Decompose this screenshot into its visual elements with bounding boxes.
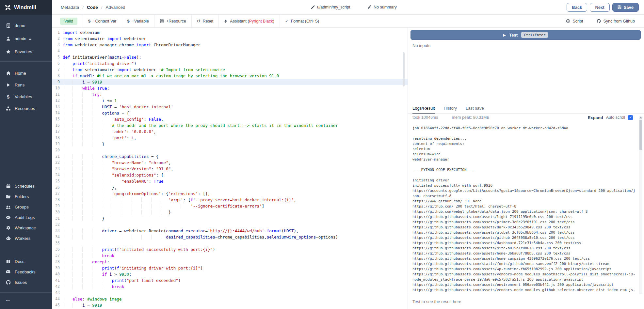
code-line[interactable]: 8 if macM1: #if we are on mac m1 -> cust… <box>52 73 408 79</box>
log-scrollbar-thumb[interactable] <box>639 120 642 150</box>
sidebar-item-docs[interactable]: Docs <box>0 257 52 266</box>
code-line[interactable]: 35 <box>52 240 408 246</box>
add-context-var-button[interactable]: $ +Context Var <box>83 15 122 27</box>
sidebar-item-label: Resources <box>15 106 35 111</box>
add-resource-button[interactable]: +Resource <box>154 15 191 27</box>
sidebar-item-groups[interactable]: Groups <box>0 203 52 211</box>
building-icon <box>5 23 11 28</box>
tab-history[interactable]: History <box>444 103 457 113</box>
code-line[interactable]: 25 "enableVNC": True <box>52 178 408 184</box>
code-line[interactable]: 18 'port': i, <box>52 135 408 141</box>
code-line[interactable]: 20 <box>52 147 408 153</box>
code-line[interactable]: 16 # the addr and the port where the pro… <box>52 122 408 129</box>
code-line[interactable]: 43 <box>52 290 408 296</box>
code-line[interactable]: 12 i += 1 <box>52 98 408 104</box>
expand-logs-button[interactable]: Expand <box>588 115 603 120</box>
code-line[interactable]: 33 driver = webdriver.Remote(command_exe… <box>52 228 408 234</box>
sidebar-item-user[interactable]: admin <box>0 34 52 43</box>
code-line[interactable]: 34 desired_capabilities=chrome_capabilit… <box>52 234 408 240</box>
sidebar-item-schedules[interactable]: Schedules <box>0 182 52 190</box>
code-line[interactable]: 23 "browserVersion": "91.0", <box>52 166 408 172</box>
code-line[interactable]: 9 i = 9919 <box>52 79 408 85</box>
code-line[interactable]: 38 except: <box>52 259 408 265</box>
code-line[interactable]: 3from webdriver_manager.chrome import Ch… <box>52 42 408 48</box>
code-line[interactable]: 11 try: <box>52 91 408 98</box>
tab-metadata[interactable]: Metadata <box>61 5 79 10</box>
scroll-up-icon[interactable] <box>639 116 642 118</box>
code-line[interactable]: 10 while True: <box>52 85 408 91</box>
code-line[interactable]: 36 print(f"initiated successfully with p… <box>52 246 408 253</box>
code-line[interactable]: 5def initiateDriver(macM1=False): <box>52 54 408 60</box>
sync-from-github-button[interactable]: Sync from Github <box>597 19 635 23</box>
sidebar-item-workspace[interactable]: demo <box>0 21 52 30</box>
code-line[interactable]: 19 } <box>52 141 408 147</box>
github-icon <box>5 280 11 285</box>
tab-advanced[interactable]: Advanced <box>106 5 125 10</box>
autoscroll-checkbox[interactable]: ✓ <box>628 115 633 120</box>
code-line[interactable]: 44 else: #windows image <box>52 296 408 302</box>
code-line[interactable]: 4 <box>52 48 408 54</box>
code-line[interactable]: 17 'addr': '0.0.0.0', <box>52 129 408 135</box>
database-icon <box>160 19 164 23</box>
code-line[interactable]: 28 'args': [f'--proxy-server=host.docker… <box>52 197 408 203</box>
format-button[interactable]: ✓ Format (Ctrl+S) <box>280 15 324 27</box>
code-line[interactable]: 31 } <box>52 215 408 222</box>
code-line[interactable]: 2from seleniumwire import webdriver <box>52 36 408 42</box>
code-line[interactable]: 42 break <box>52 284 408 290</box>
sidebar-item-variables[interactable]: $ Variables <box>0 92 52 101</box>
sidebar-item-favorites[interactable]: Favorites <box>0 47 52 56</box>
code-line[interactable]: 37 break <box>52 253 408 259</box>
sidebar-item-resources[interactable]: Resources <box>0 104 52 113</box>
code-line[interactable]: 13 HOST = 'host.docker.internal' <box>52 104 408 110</box>
next-button[interactable]: Next <box>590 3 609 12</box>
code-lines: 1import selenium2from seleniumwire impor… <box>52 29 408 308</box>
code-line[interactable]: 30 } <box>52 209 408 215</box>
code-line[interactable]: 29 '--ignore-certificate-errors'] <box>52 203 408 209</box>
log-scrollbar[interactable] <box>639 116 642 294</box>
test-button[interactable]: ▶ Test Ctrl+Enter <box>411 30 641 40</box>
sync-from-github-label: Sync from Github <box>603 19 635 23</box>
sidebar-item-runs[interactable]: Runs <box>0 81 52 89</box>
code-editor[interactable]: 1import selenium2from seleniumwire impor… <box>52 28 408 309</box>
add-variable-label: +Variable <box>132 19 149 23</box>
sidebar-main-nav: Home Runs $ Variables Resources <box>0 69 52 116</box>
code-line[interactable]: 14 options = { <box>52 110 408 116</box>
sidebar-item-home[interactable]: Home <box>0 69 52 77</box>
sidebar-item-folders[interactable]: Folders <box>0 192 52 201</box>
sidebar-item-workers[interactable]: Workers <box>0 234 52 242</box>
save-button[interactable]: Save <box>612 3 639 12</box>
code-line[interactable]: 45 i = 9919 <box>52 302 408 308</box>
sidebar-item-feedbacks[interactable]: Feedbacks <box>0 268 52 276</box>
script-summary-edit[interactable]: No summary <box>367 5 397 9</box>
code-line[interactable]: 40 if i > 9930: <box>52 271 408 277</box>
reset-button[interactable]: ↺ Reset <box>191 15 219 27</box>
assistant-button[interactable]: Assistant (Pyright Black) <box>218 15 279 27</box>
code-line[interactable]: 41 print("port limit exceeded") <box>52 277 408 284</box>
script-path-edit[interactable]: u/admin/my_script <box>311 5 350 9</box>
code-line[interactable]: 27 'goog:chromeOptions': {'extensions': … <box>52 191 408 197</box>
tab-logs-result[interactable]: Logs/Result <box>412 103 435 113</box>
tab-code[interactable]: Code <box>87 5 98 10</box>
tab-last-save[interactable]: Last save <box>466 103 484 113</box>
script-kind-button[interactable]: Script <box>566 19 583 23</box>
code-line[interactable]: 24 "selenoid:options": { <box>52 172 408 178</box>
code-line[interactable]: 32 <box>52 222 408 228</box>
add-variable-button[interactable]: $ +Variable <box>122 15 154 27</box>
app-logo[interactable]: Windmill <box>0 0 52 15</box>
code-line[interactable]: 6 print("initiating driver") <box>52 60 408 67</box>
code-line[interactable]: 22 "browserName": "chrome", <box>52 160 408 166</box>
log-output[interactable]: job 01864aff-22dd-cf40-f0c5-0ec8e9b50c70… <box>408 121 636 294</box>
code-line[interactable]: 1import selenium <box>52 29 408 36</box>
editor-scrollbar-thumb[interactable] <box>403 52 405 86</box>
sidebar-item-workspace-settings[interactable]: Workspace <box>0 224 52 232</box>
code-line[interactable]: 7 from seleniumwire import webdriver # I… <box>52 67 408 73</box>
code-line[interactable]: 15 'auto_config': False, <box>52 116 408 122</box>
back-button[interactable]: Back <box>567 3 587 12</box>
sidebar-item-issues[interactable]: Issues <box>0 278 52 286</box>
collapse-sidebar-icon[interactable]: ← <box>5 296 11 303</box>
sidebar-item-audit-logs[interactable]: Audit Logs <box>0 213 52 222</box>
code-line[interactable]: 26 }, <box>52 184 408 191</box>
code-line[interactable]: 21 chrome_capabilities = { <box>52 153 408 160</box>
code-line[interactable]: 39 print(f"initiating driver with port:{… <box>52 265 408 271</box>
floppy-icon <box>618 5 621 9</box>
